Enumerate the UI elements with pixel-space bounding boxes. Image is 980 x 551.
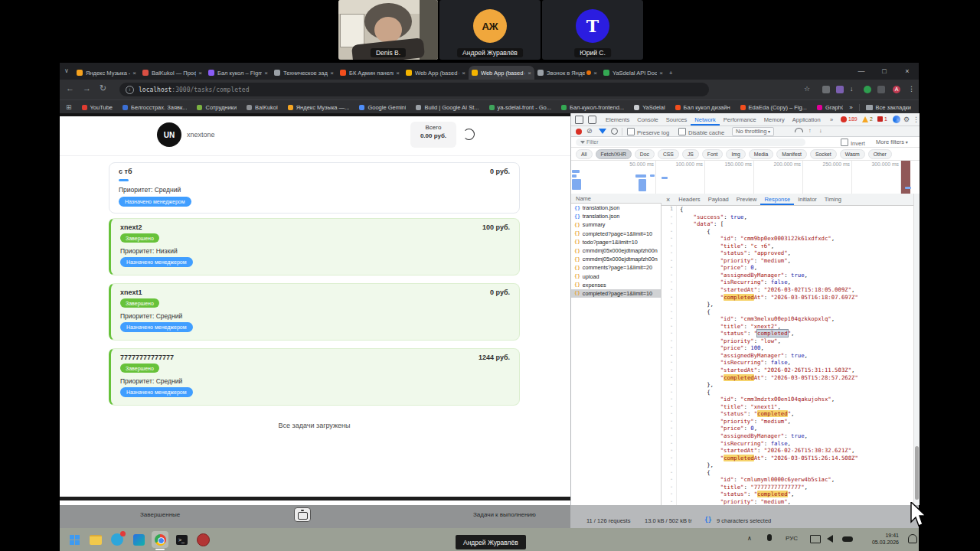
- tab-close-icon[interactable]: ×: [396, 70, 400, 77]
- participant-tile-avatar[interactable]: Т Юрий С.: [542, 0, 643, 60]
- new-tab-button[interactable]: +: [666, 66, 683, 80]
- name-column-header[interactable]: Name: [576, 195, 591, 202]
- request-row[interactable]: {} comments?page=1&limit=20: [571, 263, 661, 272]
- scrollbar-thumb[interactable]: [915, 446, 919, 500]
- terminal-icon[interactable]: >_: [173, 531, 190, 548]
- response-json-viewer[interactable]: { "success": true, "data": [ { "id": "cm…: [677, 206, 913, 505]
- user-avatar[interactable]: UN: [157, 122, 181, 147]
- apps-grid-icon[interactable]: ⊞: [66, 103, 72, 111]
- bookmark-item[interactable]: YouTube: [82, 104, 113, 111]
- tab-close-icon[interactable]: ×: [198, 70, 202, 77]
- device-toolbar-icon[interactable]: [588, 116, 596, 124]
- extension-icon[interactable]: [822, 86, 830, 93]
- bookmark-item[interactable]: BalKukol: [247, 104, 278, 111]
- task-card[interactable]: с тб 0 руб. Приоритет: Средний Назначено…: [109, 162, 520, 214]
- language-indicator[interactable]: РУС: [786, 535, 798, 542]
- request-row[interactable]: {} cmmdmj05x000ejdtmapfzh00n: [571, 255, 661, 263]
- cloud-icon[interactable]: [842, 536, 853, 542]
- file-explorer-icon[interactable]: [87, 531, 104, 548]
- reload-icon[interactable]: ↻: [100, 83, 106, 93]
- extension-icon[interactable]: [836, 86, 844, 93]
- tab-close-icon[interactable]: ×: [593, 70, 597, 77]
- bookmark-item[interactable]: Бал кукол дизайн: [675, 104, 730, 111]
- bookmark-item[interactable]: YaSdelal: [634, 104, 665, 111]
- devtools-tab[interactable]: Application: [789, 113, 825, 126]
- bookmark-item[interactable]: ya-sdelal-front - Go...: [489, 104, 551, 111]
- more-filters-dropdown[interactable]: More filters: [876, 139, 908, 145]
- browser-tab[interactable]: Web App (based on ×: [403, 66, 469, 80]
- filter-funnel-icon[interactable]: [599, 129, 606, 134]
- ide-icon[interactable]: [130, 531, 147, 548]
- devtools-tab[interactable]: Sources: [662, 113, 691, 126]
- nav-completed-tab[interactable]: Завершенные: [140, 511, 180, 518]
- tray-chevron-icon[interactable]: ∧: [747, 535, 752, 542]
- format-braces-icon[interactable]: {}: [704, 517, 712, 523]
- request-filter-chip[interactable]: Wasm: [840, 149, 865, 159]
- network-conditions-icon[interactable]: [795, 128, 803, 132]
- preserve-log-checkbox[interactable]: Preserve log: [627, 128, 669, 136]
- browser-tab[interactable]: Бал кукол – Figma ×: [205, 66, 271, 80]
- request-filter-chip[interactable]: Doc: [635, 149, 655, 159]
- bookmark-item[interactable]: Build | Google AI St...: [416, 104, 479, 111]
- bookmark-item[interactable]: GraphQL Playground: [817, 104, 843, 111]
- tab-close-icon[interactable]: ×: [659, 70, 663, 77]
- invert-checkbox[interactable]: Invert: [841, 139, 865, 147]
- close-button[interactable]: ×: [896, 63, 919, 80]
- devtools-tab[interactable]: Memory: [760, 113, 789, 126]
- request-row[interactable]: {} expenses: [571, 281, 661, 289]
- search-icon[interactable]: [611, 128, 618, 135]
- tab-search-icon[interactable]: ∨: [64, 67, 69, 74]
- browser-tab[interactable]: YaSdelal API Docume ×: [600, 66, 666, 80]
- browser-tab[interactable]: Web App (based on ×: [469, 66, 534, 80]
- devtools-tab[interactable]: Performance: [720, 113, 760, 126]
- task-card[interactable]: xnext2 100 руб. Завершено Приоритет: Низ…: [109, 218, 520, 276]
- request-filter-chip[interactable]: Manifest: [776, 149, 807, 159]
- request-filter-chip[interactable]: Font: [702, 149, 724, 159]
- record-icon[interactable]: [576, 129, 582, 135]
- devtools-tab[interactable]: Console: [633, 113, 662, 126]
- network-overview-timeline[interactable]: 50.000 ms100.000 ms150.000 ms200.000 ms2…: [571, 161, 920, 194]
- devtools-menu-icon[interactable]: ⋮: [913, 116, 920, 123]
- request-row[interactable]: {} translation.json: [571, 212, 661, 220]
- bookmark-item[interactable]: Белгосстрах. Заявк...: [122, 104, 187, 111]
- request-filter-chip[interactable]: Fetch/XHR: [596, 149, 632, 159]
- request-row[interactable]: {} cmmdmj05x000ejdtmapfzh00n: [571, 246, 661, 255]
- request-row[interactable]: {} completed?page=1&limit=10: [571, 289, 661, 298]
- request-row[interactable]: {} upload: [571, 272, 661, 281]
- bookmark-item[interactable]: Яндекс Музыка —...: [288, 104, 350, 111]
- request-filter-chip[interactable]: All: [576, 149, 593, 159]
- bookmark-item[interactable]: Google Gemini: [359, 104, 406, 111]
- browser-tab[interactable]: Звонок в Яндекс ×: [534, 66, 600, 80]
- throttling-select[interactable]: No throttling: [732, 127, 774, 136]
- notifications-bell-icon[interactable]: [908, 534, 917, 543]
- participant-tile-avatar[interactable]: АЖ Андрей Журавлёв: [439, 0, 541, 60]
- extension-icon[interactable]: [864, 86, 871, 93]
- request-row[interactable]: {} todo?page=1&limit=10: [571, 238, 661, 246]
- tab-close-icon[interactable]: ×: [462, 70, 466, 77]
- settings-gear-icon[interactable]: ⚙: [903, 116, 910, 123]
- bookmark-star-icon[interactable]: ☆: [804, 85, 810, 93]
- participant-tile-video[interactable]: Denis B.: [338, 0, 438, 60]
- request-filter-chip[interactable]: Other: [868, 149, 892, 159]
- error-icon[interactable]: [841, 116, 847, 122]
- devtools-tab[interactable]: Network: [691, 113, 720, 126]
- all-bookmarks[interactable]: Все закладки: [859, 104, 919, 111]
- chrome-icon[interactable]: [152, 531, 168, 548]
- browser-tab[interactable]: Техническое задани ×: [271, 66, 337, 80]
- browser-tab[interactable]: BalKukol — Профиль ×: [139, 66, 205, 80]
- tab-close-icon[interactable]: ×: [528, 70, 531, 77]
- camera-button[interactable]: [294, 507, 311, 522]
- export-har-icon[interactable]: ↓: [819, 127, 822, 134]
- devtools-scrollbar[interactable]: [913, 194, 920, 505]
- issues-icon[interactable]: [877, 116, 883, 122]
- refresh-icon[interactable]: [463, 129, 475, 140]
- close-detail-icon[interactable]: ×: [662, 196, 675, 204]
- telegram-icon[interactable]: [109, 531, 126, 548]
- nav-todo-tab[interactable]: Задачи к выполнению: [473, 511, 536, 518]
- task-card[interactable]: xnext1 0 руб. Завершено Приоритет: Средн…: [109, 283, 520, 341]
- request-filter-chip[interactable]: CSS: [658, 149, 679, 159]
- bookmarks-overflow-icon[interactable]: »: [849, 104, 852, 111]
- database-app-icon[interactable]: [194, 531, 211, 548]
- detail-tab[interactable]: Preview: [733, 194, 761, 205]
- browser-menu-icon[interactable]: ⋮: [908, 85, 915, 93]
